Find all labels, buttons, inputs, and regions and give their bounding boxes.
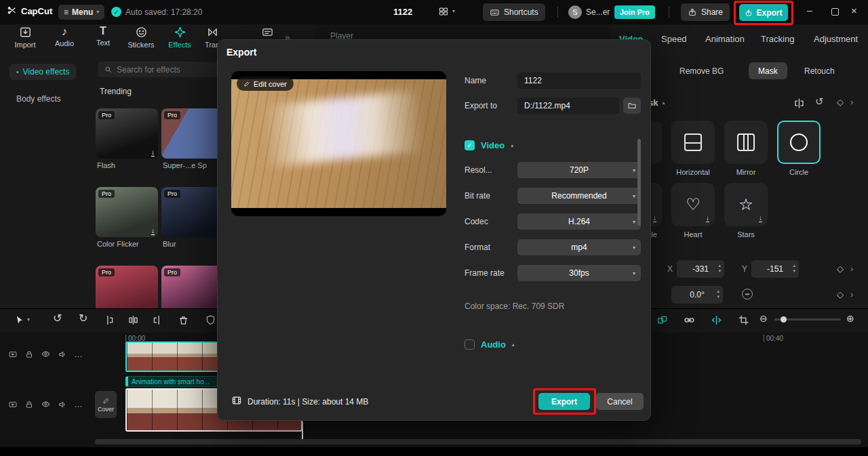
- rotation-knob[interactable]: [742, 289, 753, 299]
- cover-button[interactable]: Cover: [95, 391, 117, 418]
- join-pro-button[interactable]: Join Pro: [614, 5, 655, 19]
- reset-icon[interactable]: ↺: [815, 96, 824, 106]
- tab-body-effects[interactable]: Body effects: [9, 91, 68, 107]
- download-icon[interactable]: ↓: [151, 148, 155, 157]
- auto-split-icon[interactable]: [711, 314, 722, 326]
- keyframe-next-icon[interactable]: ›: [850, 98, 853, 106]
- shortcuts-button[interactable]: Shortcuts: [483, 3, 545, 21]
- name-row: Name 1122: [465, 72, 641, 89]
- eye-icon[interactable]: [41, 349, 51, 359]
- position-x-stepper[interactable]: -331 ▴▾: [677, 260, 724, 278]
- mask-shape-heart[interactable]: ♡ ↓: [671, 183, 715, 226]
- rotation-stepper[interactable]: 0.0° ▴▾: [671, 286, 723, 304]
- browse-folder-button[interactable]: [623, 98, 641, 114]
- avatar[interactable]: S: [568, 5, 582, 19]
- mute-icon[interactable]: [58, 400, 67, 409]
- tab-video-effects[interactable]: • Video effects: [9, 64, 76, 80]
- position-y-stepper[interactable]: -151 ▴▾: [751, 260, 799, 278]
- mask-shape-mirror[interactable]: [724, 121, 768, 164]
- step-down-icon[interactable]: ▾: [793, 268, 795, 273]
- effect-card-flash[interactable]: Pro ↓: [96, 108, 158, 159]
- tab-tracking[interactable]: Tracking: [761, 34, 794, 44]
- timeline-zoom-slider[interactable]: [774, 318, 841, 320]
- more-icon[interactable]: …: [74, 350, 83, 358]
- toolbar-item-audio[interactable]: ♪ Audio: [45, 26, 84, 47]
- step-down-icon[interactable]: ▾: [717, 294, 719, 299]
- tab-adjustment[interactable]: Adjustment: [814, 34, 858, 44]
- step-up-icon[interactable]: ▴: [717, 289, 719, 293]
- framerate-dropdown[interactable]: 30fps ▾: [517, 265, 641, 281]
- toolbar-item-captions[interactable]: [248, 26, 287, 41]
- effect-card-color-flicker[interactable]: Pro ↓: [96, 187, 158, 237]
- mask-shape-horizontal[interactable]: [671, 121, 715, 164]
- format-dropdown[interactable]: mp4 ▾: [517, 239, 641, 255]
- export-to-row: Export to D:/1122.mp4: [465, 98, 641, 114]
- zoom-in-icon[interactable]: ⊕: [846, 314, 854, 323]
- window-maximize-button[interactable]: [831, 8, 839, 16]
- delete-icon[interactable]: [178, 314, 189, 326]
- keyframe-diamond-icon[interactable]: ◇: [837, 290, 844, 299]
- name-input[interactable]: 1122: [517, 72, 641, 89]
- trim-right-icon[interactable]: [152, 314, 163, 326]
- bitrate-dropdown[interactable]: Recommended ▾: [517, 188, 641, 204]
- trim-left-icon[interactable]: [103, 314, 115, 326]
- toolbar-item-import[interactable]: Import: [5, 26, 45, 49]
- keyframe-diamond-icon[interactable]: ◇: [837, 264, 844, 273]
- menu-button[interactable]: ≡ Menu ▾: [58, 5, 104, 20]
- mask-tool-icon[interactable]: [205, 314, 216, 326]
- undo-icon[interactable]: ↺: [53, 313, 62, 324]
- effect-card-super[interactable]: Pro ↓: [161, 108, 224, 159]
- redo-icon[interactable]: ↻: [79, 313, 87, 324]
- download-icon[interactable]: ↓: [151, 227, 155, 235]
- more-icon[interactable]: …: [74, 400, 83, 409]
- tab-speed[interactable]: Speed: [661, 34, 687, 44]
- select-tool[interactable]: ▾: [14, 314, 30, 325]
- window-close-button[interactable]: ×: [851, 5, 857, 16]
- export-path-input[interactable]: D:/1122.mp4: [517, 98, 619, 114]
- link-tool-icon[interactable]: [684, 314, 695, 326]
- mask-shape-stars[interactable]: ☆ ↓: [724, 183, 768, 226]
- share-button[interactable]: Share: [681, 3, 730, 21]
- resolution-dropdown[interactable]: 720P ▾: [517, 162, 641, 178]
- step-up-icon[interactable]: ▴: [718, 263, 721, 268]
- keyframe-next-icon[interactable]: ›: [850, 264, 853, 273]
- mask-shape-circle[interactable]: [777, 121, 821, 164]
- toolbar-item-stickers[interactable]: Stickers: [121, 26, 161, 49]
- subtab-mask[interactable]: Mask: [749, 62, 787, 79]
- lock-icon[interactable]: [24, 400, 34, 409]
- toolbar-item-text[interactable]: T Text: [83, 26, 123, 47]
- cancel-button[interactable]: Cancel: [596, 393, 644, 410]
- subtab-retouch[interactable]: Retouch: [804, 62, 835, 79]
- subtab-remove-bg[interactable]: Remove BG: [679, 62, 724, 79]
- flip-icon[interactable]: [793, 98, 805, 109]
- crop-icon[interactable]: [738, 314, 749, 326]
- tab-animation[interactable]: Animation: [705, 34, 745, 44]
- audio-section-header[interactable]: Audio ▴: [465, 339, 515, 350]
- step-down-icon[interactable]: ▾: [718, 268, 721, 273]
- audio-checkbox[interactable]: [465, 339, 475, 350]
- zoom-out-icon[interactable]: ⊖: [760, 314, 768, 323]
- codec-dropdown[interactable]: H.264 ▾: [517, 213, 641, 230]
- timeline-scrollbar[interactable]: [95, 439, 861, 444]
- autosave-status: ✓ Auto saved: 17:28:20: [111, 7, 202, 17]
- eye-icon[interactable]: [41, 399, 51, 409]
- audio-icon: ♪: [62, 26, 68, 37]
- layout-switcher[interactable]: ▾: [438, 6, 455, 17]
- slider-handle[interactable]: [781, 316, 787, 323]
- effect-card-blur[interactable]: Pro ↓: [161, 187, 224, 237]
- menu-icon: ≡: [64, 8, 68, 16]
- window-minimize-button[interactable]: –: [807, 5, 812, 15]
- overlap-tool-icon[interactable]: [656, 314, 668, 326]
- split-icon[interactable]: [127, 314, 139, 326]
- keyframe-next-icon[interactable]: ›: [850, 290, 853, 299]
- keyframe-diamond-icon[interactable]: ◇: [837, 98, 844, 106]
- step-up-icon[interactable]: ▴: [793, 263, 795, 268]
- video-section-header[interactable]: ✓ Video ▴: [465, 140, 513, 150]
- video-checkbox[interactable]: ✓: [465, 140, 475, 150]
- lock-icon[interactable]: [24, 350, 34, 359]
- chevron-down-icon: ▾: [633, 245, 635, 251]
- dialog-scrollbar[interactable]: [637, 139, 641, 226]
- circle-mask-icon: [790, 133, 808, 151]
- mute-icon[interactable]: [58, 350, 67, 359]
- edit-cover-button[interactable]: Edit cover: [237, 77, 294, 91]
